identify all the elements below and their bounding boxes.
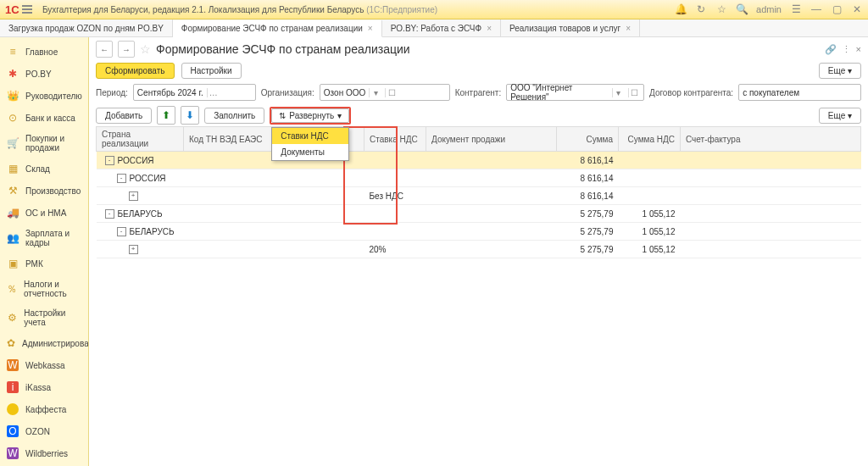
col-country[interactable]: Страна реализации bbox=[97, 127, 184, 152]
col-invoice[interactable]: Счет-фактура bbox=[681, 127, 861, 152]
home-icon: ≡ bbox=[7, 46, 19, 58]
app-title: Бухгалтерия для Беларуси, редакция 2.1. … bbox=[42, 5, 437, 14]
sidebar-item[interactable]: ▦Склад bbox=[0, 158, 88, 180]
move-down-button[interactable]: ⬇ bbox=[181, 106, 199, 125]
fill-button[interactable]: Заполнить bbox=[204, 108, 264, 124]
tab-close-icon[interactable]: × bbox=[368, 24, 373, 33]
tab-close-icon[interactable]: × bbox=[626, 24, 631, 33]
close-page-icon[interactable]: × bbox=[856, 44, 861, 55]
table-row[interactable]: +20%5 275,791 055,12 bbox=[97, 241, 861, 258]
factory-icon: ⚒ bbox=[7, 185, 19, 197]
data-table: Страна реализации Код ТН ВЭД ЕАЭС Ставка… bbox=[96, 126, 861, 258]
minimize-icon[interactable]: — bbox=[810, 3, 822, 15]
bank-icon: ⊙ bbox=[7, 112, 19, 124]
tax-icon: ％ bbox=[7, 283, 17, 295]
app-logo: 1C bbox=[5, 3, 19, 16]
dogovor-label: Договор контрагента: bbox=[649, 88, 733, 97]
table-row[interactable]: -РОССИЯ8 616,14 bbox=[97, 152, 861, 169]
sidebar-item[interactable]: ▣РМК bbox=[0, 252, 88, 275]
tab-item[interactable]: Реализация товаров и услуг× bbox=[501, 19, 640, 36]
history-icon[interactable]: ↻ bbox=[695, 3, 707, 15]
star-icon[interactable]: ☆ bbox=[715, 3, 727, 15]
user-label[interactable]: admin bbox=[756, 4, 782, 14]
settings-icon: ⚙ bbox=[7, 312, 17, 324]
search-icon[interactable]: 🔍 bbox=[736, 3, 748, 15]
people-icon: 👥 bbox=[7, 232, 19, 244]
kebab-icon[interactable]: ⋮ bbox=[842, 44, 851, 55]
tab-item[interactable]: PO.BY: Работа с ЭСЧФ× bbox=[382, 19, 501, 36]
close-icon[interactable]: ✕ bbox=[851, 3, 863, 15]
sidebar-item[interactable]: iiKassa bbox=[0, 376, 88, 398]
sidebar-item[interactable]: WWildberries bbox=[0, 442, 88, 464]
col-rate[interactable]: Ставка НДС bbox=[364, 127, 426, 152]
sidebar-item[interactable]: ⚙Настройки учета bbox=[0, 303, 88, 332]
tab-close-icon[interactable]: × bbox=[487, 24, 492, 33]
menu-item-rates[interactable]: Ставки НДС bbox=[272, 128, 348, 144]
expand-button[interactable]: ⇅Развернуть▾ bbox=[271, 108, 349, 123]
table-row[interactable]: -БЕЛАРУСЬ5 275,791 055,12 bbox=[97, 223, 861, 241]
sidebar: ≡Главное ✱PO.BY 👑Руководителю ⊙Банк и ка… bbox=[0, 37, 89, 466]
contragent-field[interactable]: ООО "Интернет Решения"▾☐ bbox=[506, 84, 644, 101]
sidebar-item[interactable]: 🛒Покупки и продажи bbox=[0, 129, 88, 158]
org-label: Организация: bbox=[261, 88, 314, 97]
sidebar-item[interactable]: WWebkassa bbox=[0, 354, 88, 376]
add-button[interactable]: Добавить bbox=[96, 108, 152, 124]
col-sum[interactable]: Сумма bbox=[557, 127, 619, 152]
period-field[interactable]: Сентябрь 2024 г.… bbox=[133, 84, 256, 101]
contr-label: Контрагент: bbox=[455, 88, 501, 97]
tab-item[interactable]: Формирование ЭСЧФ по странам реализации× bbox=[173, 20, 382, 37]
sidebar-item[interactable]: 👥Зарплата и кадры bbox=[0, 224, 88, 252]
expand-menu: Ставки НДС Документы bbox=[271, 127, 349, 161]
table-row[interactable]: -БЕЛАРУСЬ5 275,791 055,12 bbox=[97, 205, 861, 223]
period-label: Период: bbox=[96, 88, 128, 97]
cart-icon: 🛒 bbox=[7, 137, 19, 149]
menu-item-documents[interactable]: Документы bbox=[272, 144, 348, 160]
sidebar-item[interactable]: ％Налоги и отчетность bbox=[0, 275, 88, 303]
bell-icon[interactable]: 🔔 bbox=[675, 3, 687, 15]
table-row[interactable]: -РОССИЯ8 616,14 bbox=[97, 169, 861, 187]
sidebar-item[interactable]: ⊙Банк и касса bbox=[0, 107, 88, 129]
link-icon[interactable]: 🔗 bbox=[825, 44, 837, 55]
menu-icon[interactable] bbox=[22, 3, 36, 16]
pos-icon: ▣ bbox=[7, 258, 19, 269]
generate-button[interactable]: Сформировать bbox=[96, 63, 175, 79]
table-row[interactable]: +Без НДС8 616,14 bbox=[97, 187, 861, 205]
manager-icon: 👑 bbox=[7, 90, 19, 102]
options-icon[interactable]: ☰ bbox=[790, 3, 802, 15]
title-bar: 1C Бухгалтерия для Беларуси, редакция 2.… bbox=[0, 0, 868, 19]
truck-icon: 🚚 bbox=[7, 207, 19, 219]
forward-button[interactable]: → bbox=[118, 41, 135, 58]
admin-icon: ✿ bbox=[7, 337, 15, 349]
back-button[interactable]: ← bbox=[96, 41, 113, 58]
sidebar-item[interactable]: ✱PO.BY bbox=[0, 63, 88, 85]
sidebar-item[interactable]: 👑Руководителю bbox=[0, 85, 88, 107]
warehouse-icon: ▦ bbox=[7, 163, 19, 175]
tab-item[interactable]: Загрузка продаж OZON по дням PO.BY bbox=[0, 19, 173, 36]
dogovor-field[interactable]: с покупателем bbox=[738, 84, 861, 101]
sidebar-item[interactable]: Каффеста bbox=[0, 398, 88, 420]
move-up-button[interactable]: ⬆ bbox=[157, 106, 175, 125]
webkassa-icon: W bbox=[7, 359, 19, 371]
ikassa-icon: i bbox=[7, 381, 19, 393]
more-button[interactable]: Еще ▾ bbox=[819, 63, 861, 79]
tab-strip: Загрузка продаж OZON по дням PO.BY Форми… bbox=[0, 19, 868, 37]
col-doc[interactable]: Документ продажи bbox=[426, 127, 557, 152]
sidebar-item[interactable]: ⚒Производство bbox=[0, 180, 88, 202]
org-field[interactable]: Озон ООО▾☐ bbox=[320, 84, 450, 101]
col-sumvat[interactable]: Сумма НДС bbox=[619, 127, 681, 152]
star-icon: ✱ bbox=[7, 68, 19, 80]
sidebar-item[interactable]: ≡Главное bbox=[0, 41, 88, 63]
settings-button[interactable]: Настройки bbox=[181, 63, 242, 79]
page-title: Формирование ЭСЧФ по странам реализации bbox=[156, 42, 410, 56]
calendar-icon: … bbox=[207, 88, 220, 97]
ozon-icon: O bbox=[7, 425, 19, 437]
favorite-icon[interactable]: ☆ bbox=[140, 42, 151, 56]
sidebar-item[interactable]: ✿Администрирование bbox=[0, 332, 88, 354]
more-button-2[interactable]: Еще ▾ bbox=[819, 108, 861, 124]
kaffesta-icon bbox=[7, 403, 19, 415]
wildberries-icon: W bbox=[7, 447, 19, 459]
restore-icon[interactable]: ▢ bbox=[831, 3, 843, 15]
sidebar-item[interactable]: OOZON bbox=[0, 420, 88, 442]
sidebar-item[interactable]: 🚚ОС и НМА bbox=[0, 202, 88, 224]
